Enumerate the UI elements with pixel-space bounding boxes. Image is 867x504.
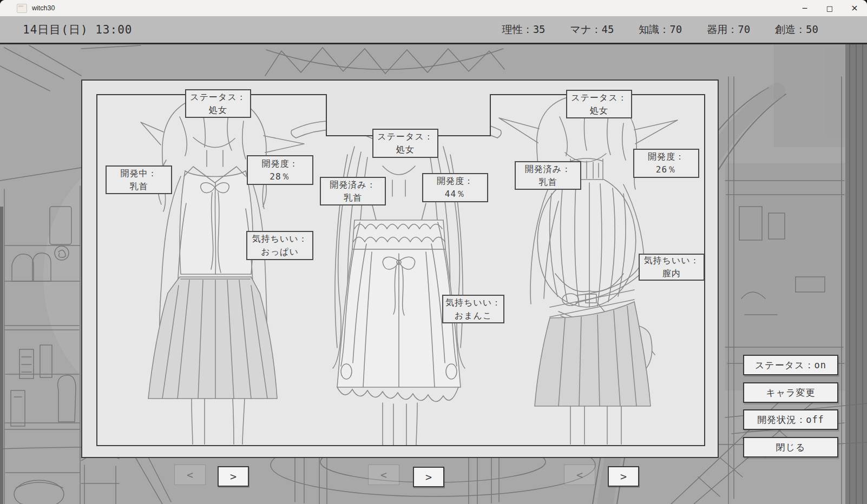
char1-dev-degree-tag: 開発度： 28％ [247,155,313,185]
stat-reason: 理性：35 [502,23,546,37]
tag-line: 開発済み： [330,178,376,191]
character-1-sketch [98,95,315,445]
chevron-right-icon: > [425,470,432,483]
minimize-button[interactable]: ─ [792,0,817,16]
char2-feel-tag: 気持ちいい： おまんこ [442,295,504,323]
tag-line: 44％ [445,188,465,201]
char3-dev-degree-tag: 開発度： 26％ [633,149,699,178]
tag-line: 28％ [270,170,290,183]
tag-line: 処女 [590,104,608,117]
maximize-button[interactable]: □ [817,0,842,16]
tag-line: 気持ちいい： [643,254,699,267]
char1-dev-state-tag: 開発中： 乳首 [106,165,172,194]
stat-knowledge: 知識：70 [639,23,682,37]
tag-line: 開発度： [648,150,685,163]
chevron-left-icon: < [576,468,583,481]
char1-status-tag: ステータス： 処女 [185,89,251,118]
stat-creation: 創造：50 [775,23,818,37]
tag-line: 開発中： [121,167,157,180]
char2-next-button[interactable]: > [413,467,444,487]
char3-feel-tag: 気持ちいい： 膣内 [639,254,705,281]
char3-next-button[interactable]: > [608,466,639,487]
change-character-button[interactable]: キャラ変更 [743,382,838,403]
app-icon [17,4,27,13]
tag-line: 26％ [656,163,676,176]
datetime-label: 14日目(日) 13:00 [23,22,132,37]
chevron-left-icon: < [187,468,193,481]
status-panel: ステータス： 処女 開発中： 乳首 開発度： 28％ 気持ちいい： おっぱい ス… [81,79,719,458]
char2-prev-button[interactable]: < [368,465,399,485]
tag-line: 気持ちいい： [252,233,307,246]
window-title: witch30 [32,4,55,12]
char3-dev-state-tag: 開発済み： 乳首 [515,161,581,190]
tag-line: 処女 [209,104,227,117]
window-controls: ─ □ × [792,0,867,16]
chevron-right-icon: > [620,470,627,483]
tag-line: 開発度： [262,157,299,170]
stats-list: 理性：35 マナ：45 知識：70 器用：70 創造：50 [502,23,867,37]
tag-line: ステータス： [571,91,627,104]
status-toggle-button[interactable]: ステータス：on [743,355,838,375]
tag-line: 気持ちいい： [445,296,501,309]
stat-dexterity: 器用：70 [707,23,750,37]
app-window: witch30 ─ □ × 14日目(日) 13:00 理性：35 マナ：45 … [0,0,867,504]
char1-next-button[interactable]: > [218,466,249,487]
dev-status-toggle-button[interactable]: 開発状況：off [743,409,838,430]
tag-line: ステータス： [377,130,434,143]
tag-line: 乳首 [539,176,557,189]
tag-line: ステータス： [190,91,246,104]
close-icon: × [851,4,858,12]
char2-dev-state-tag: 開発済み： 乳首 [320,177,386,205]
titlebar: witch30 ─ □ × [0,0,867,16]
tag-line: 乳首 [130,180,148,193]
char2-dev-degree-tag: 開発度： 44％ [422,173,488,202]
chevron-right-icon: > [230,470,237,483]
minimize-icon: ─ [803,4,807,12]
tag-line: 開発済み： [525,163,571,176]
char3-status-tag: ステータス： 処女 [566,90,632,118]
char2-status-tag: ステータス： 処女 [372,129,438,158]
character-2-sketch [291,114,502,445]
tag-line: 開発度： [437,175,474,188]
char1-prev-button[interactable]: < [174,465,206,485]
game-area: ステータス： 処女 開発中： 乳首 開発度： 28％ 気持ちいい： おっぱい ス… [0,44,867,504]
maximize-icon: □ [826,5,833,12]
char3-prev-button[interactable]: < [564,465,595,485]
tag-line: おっぱい [261,246,299,258]
status-bar: 14日目(日) 13:00 理性：35 マナ：45 知識：70 器用：70 創造… [0,16,867,44]
stat-mana: マナ：45 [570,23,614,37]
close-window-button[interactable]: × [842,0,867,16]
tag-line: おまんこ [455,309,492,322]
chevron-left-icon: < [380,468,387,481]
char1-feel-tag: 気持ちいい： おっぱい [246,231,313,260]
tag-line: 乳首 [344,191,362,204]
tag-line: 処女 [396,143,415,156]
tag-line: 膣内 [662,267,681,280]
close-panel-button[interactable]: 閉じる [743,437,838,457]
